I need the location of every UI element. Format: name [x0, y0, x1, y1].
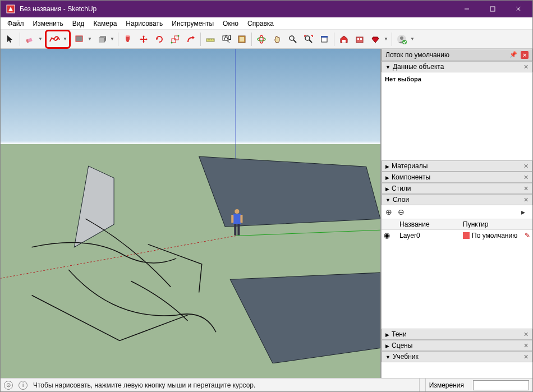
measurements-input[interactable]	[473, 380, 529, 390]
toolbar-separator	[392, 33, 392, 46]
menu-camera[interactable]: Камера	[89, 19, 121, 29]
menu-help[interactable]: Справка	[243, 19, 278, 29]
panel-entity-info-label: Данные объекта	[393, 63, 444, 71]
svg-rect-23	[240, 37, 244, 41]
svg-point-9	[126, 35, 130, 36]
shapes-dropdown[interactable]: ▼	[86, 36, 93, 41]
paint-tool[interactable]	[121, 32, 135, 47]
orbit-tool[interactable]	[254, 32, 269, 47]
layer-edit-icon[interactable]: ✎	[525, 232, 530, 239]
panel-components-close[interactable]: ✕	[523, 174, 529, 181]
panel-scenes-label: Сцены	[392, 342, 412, 349]
geolocate-icon[interactable]: ⊙	[4, 381, 13, 390]
svg-rect-7	[76, 36, 82, 41]
layer-row[interactable]: ◉ Layer0 По умолчанию✎	[382, 230, 532, 241]
svg-rect-33	[356, 37, 363, 43]
panel-entity-info-header[interactable]: ▼Данные объекта✕	[382, 61, 532, 72]
panel-scenes-header[interactable]: ▶Сцены✕	[382, 340, 532, 351]
svg-point-26	[290, 36, 294, 40]
eraser-tool[interactable]	[22, 32, 37, 47]
tray-pin-icon[interactable]: 📌	[509, 51, 517, 59]
ruby-tool[interactable]	[368, 32, 383, 47]
toolbar-separator	[20, 33, 20, 46]
panel-styles-header[interactable]: ▶Стили✕	[382, 183, 532, 194]
panel-entity-info-close[interactable]: ✕	[523, 63, 529, 71]
panel-layers-header[interactable]: ▼Слои✕	[382, 194, 532, 205]
zoom-window-tool[interactable]	[317, 32, 332, 47]
section-tool[interactable]	[235, 32, 249, 47]
panel-shadows-close[interactable]: ✕	[523, 331, 529, 338]
svg-rect-34	[357, 38, 359, 40]
tape-tool[interactable]	[203, 32, 218, 47]
titlebar: Без названия - SketchUp	[1, 1, 532, 17]
menu-view[interactable]: Вид	[68, 19, 89, 29]
menu-edit[interactable]: Изменить	[29, 19, 68, 29]
maximize-button[interactable]	[480, 1, 506, 17]
scale-tool[interactable]	[168, 32, 182, 47]
zoom-tool[interactable]	[286, 32, 300, 47]
panel-styles-close[interactable]: ✕	[523, 185, 529, 192]
status-hint: Чтобы нарисовать, нажмите левую кнопку м…	[33, 381, 413, 389]
layer-name: Layer0	[399, 232, 463, 239]
scene-geometry	[1, 49, 380, 363]
panel-instructor-close[interactable]: ✕	[523, 353, 529, 361]
zoom-extents-tool[interactable]	[301, 32, 316, 47]
panel-instructor-header[interactable]: ▼Учебник✕	[382, 351, 532, 362]
menu-file[interactable]: Файл	[3, 19, 29, 29]
svg-line-29	[309, 40, 312, 43]
text-tool[interactable]: A1	[219, 32, 233, 47]
pushpull-dropdown[interactable]: ▼	[109, 36, 116, 41]
select-tool[interactable]	[3, 32, 17, 47]
shapes-tool[interactable]	[72, 32, 86, 47]
minimize-button[interactable]	[454, 1, 480, 17]
panel-layers-body: ⊕ ⊖ ▸ Название Пунктир ◉ Layer0 По умолч…	[382, 205, 532, 241]
offset-tool[interactable]	[183, 32, 198, 47]
svg-rect-46	[233, 214, 241, 224]
pushpull-tool[interactable]	[94, 32, 109, 47]
tray-title[interactable]: Лоток по умолчанию 📌✕	[382, 49, 532, 61]
freehand-tool[interactable]	[47, 32, 62, 47]
layer-remove-button[interactable]: ⊖	[396, 207, 406, 217]
panel-scenes-close[interactable]: ✕	[523, 342, 529, 349]
svg-rect-2	[490, 7, 495, 11]
panel-layers-label: Слои	[393, 196, 409, 204]
user-dropdown[interactable]: ▼	[409, 36, 416, 41]
no-selection-label: Нет выбора	[385, 75, 529, 84]
panel-components-header[interactable]: ▶Компоненты✕	[382, 172, 532, 183]
freehand-dropdown[interactable]: ▼	[62, 36, 68, 41]
layer-color-swatch[interactable]	[463, 232, 470, 239]
menu-draw[interactable]: Нарисовать	[121, 19, 167, 29]
svg-marker-44	[74, 166, 114, 247]
viewport-3d[interactable]	[1, 49, 381, 378]
move-tool[interactable]	[136, 32, 151, 47]
layer-visibility-icon[interactable]: ◉	[384, 231, 390, 239]
ruby-dropdown[interactable]: ▼	[383, 36, 389, 41]
svg-point-45	[235, 209, 239, 214]
default-tray: Лоток по умолчанию 📌✕ ▼Данные объекта✕ Н…	[381, 49, 532, 378]
panel-components-label: Компоненты	[392, 173, 430, 181]
panel-materials-header[interactable]: ▶Материалы✕	[382, 160, 532, 172]
eraser-dropdown[interactable]: ▼	[37, 36, 44, 41]
info-icon[interactable]: i	[19, 381, 27, 390]
menu-tools[interactable]: Инструменты	[167, 19, 218, 29]
svg-point-25	[260, 35, 263, 43]
close-button[interactable]	[506, 1, 531, 17]
panel-entity-info-body: Нет выбора	[382, 72, 532, 160]
warehouse-tool[interactable]	[337, 32, 351, 47]
pan-tool[interactable]	[270, 32, 284, 47]
panel-layers-close[interactable]: ✕	[523, 196, 529, 204]
menu-window[interactable]: Окно	[218, 19, 243, 29]
tray-close-icon[interactable]: ✕	[521, 51, 529, 59]
panel-materials-close[interactable]: ✕	[523, 163, 529, 170]
user-tool[interactable]	[394, 32, 409, 47]
rotate-tool[interactable]	[152, 32, 167, 47]
panel-shadows-header[interactable]: ▶Тени✕	[382, 329, 532, 340]
extension-tool[interactable]	[352, 32, 367, 47]
svg-point-12	[171, 41, 173, 43]
toolbar: ▼ ▼ ▼ ▼ A1 ▼ ▼	[1, 30, 532, 49]
layer-add-button[interactable]: ⊕	[384, 207, 394, 217]
panel-instructor-label: Учебник	[393, 353, 419, 361]
statusbar: ⊙ i Чтобы нарисовать, нажмите левую кноп…	[1, 378, 532, 391]
layer-menu-button[interactable]: ▸	[518, 207, 528, 217]
layer-dash: По умолчанию	[472, 232, 517, 239]
